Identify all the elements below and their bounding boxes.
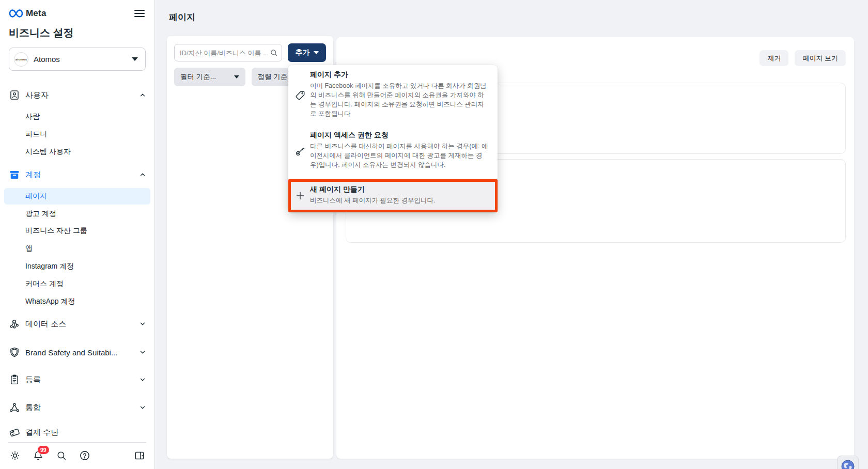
sidebar-section-registrations[interactable]: 등록 (0, 371, 154, 388)
add-button-label: 추가 (296, 48, 310, 57)
clipboard-icon (8, 373, 21, 386)
sidebar-footer: 99 (0, 442, 154, 469)
business-selector[interactable]: atomos Atomos (9, 48, 146, 71)
menu-item-description: 비즈니스에 새 페이지가 필요한 경우입니다. (310, 196, 490, 205)
search-icon (270, 49, 278, 57)
filter-dropdown[interactable]: 필터 기준... (174, 68, 245, 86)
caret-down-icon (234, 75, 239, 79)
globe-icon (841, 460, 855, 469)
divider (8, 442, 146, 443)
chevron-down-icon (139, 404, 146, 411)
key-icon (295, 146, 306, 157)
menu-item-description: 다른 비즈니스를 대신하여 페이지를 사용해야 하는 경우(예: 에이전시에서 … (310, 142, 490, 169)
chevron-down-icon (139, 376, 146, 383)
sidebar-item-people[interactable]: 사람 (0, 109, 154, 124)
menu-item-description: 이미 Facebook 페이지를 소유하고 있거나 다른 회사가 회원님의 비즈… (310, 81, 490, 118)
sidebar-header: Meta (0, 0, 154, 19)
chevron-up-icon (139, 171, 146, 178)
menu-item-title: 새 페이지 만들기 (310, 185, 490, 194)
sidebar-nav: 사용자 사람 파트너 시스템 사용자 계정 페이지 광고 계정 비즈니스 자산 … (0, 86, 154, 441)
sidebar-section-payment-methods[interactable]: 결제 수단 (0, 424, 154, 441)
sidebar-section-label: 계정 (25, 170, 139, 180)
search-field-wrap (174, 44, 282, 61)
menu-item-add-page[interactable]: 페이지 추가 이미 Facebook 페이지를 소유하고 있거나 다른 회사가 … (288, 68, 498, 123)
sidebar-item-partners[interactable]: 파트너 (0, 127, 154, 142)
menu-icon[interactable] (134, 9, 145, 18)
filter-label: 필터 기준... (180, 72, 216, 82)
caret-down-icon (314, 51, 319, 54)
chevron-down-icon (139, 349, 146, 356)
language-globe-button[interactable] (837, 456, 859, 469)
sidebar-item-commerce[interactable]: 커머스 계정 (0, 276, 154, 292)
menu-item-create-new-page[interactable]: 새 페이지 만들기 비즈니스에 새 페이지가 필요한 경우입니다. (288, 179, 498, 212)
business-name: Atomos (34, 55, 127, 64)
plus-icon (295, 191, 305, 201)
settings-gear-icon[interactable] (9, 450, 21, 461)
sidebar-item-instagram[interactable]: Instagram 계정 (0, 259, 154, 274)
notifications-bell-icon[interactable]: 99 (33, 450, 44, 461)
sidebar-section-label: 통합 (25, 403, 139, 413)
shield-icon (8, 346, 21, 358)
credit-card-icon (8, 426, 21, 439)
chevron-down-icon (139, 320, 146, 327)
sidebar-section-label: 데이터 소스 (25, 319, 139, 329)
sidebar-title: 비즈니스 설정 (0, 19, 154, 40)
remove-button[interactable]: 제거 (760, 50, 788, 66)
page-title: 페이지 (169, 11, 195, 23)
search-icon[interactable] (56, 450, 67, 461)
sidebar-item-pages[interactable]: 페이지 (4, 188, 150, 205)
meta-infinity-icon (9, 9, 23, 18)
menu-item-title: 페이지 액세스 권한 요청 (310, 131, 490, 140)
data-sources-icon (8, 318, 21, 330)
sidebar: Meta 비즈니스 설정 atomos Atomos 사용자 사람 파트너 시스… (0, 0, 155, 469)
search-input[interactable] (174, 44, 282, 61)
sidebar-section-data-sources[interactable]: 데이터 소스 (0, 315, 154, 333)
meta-wordmark: Meta (26, 8, 47, 19)
business-avatar: atomos (14, 52, 28, 67)
sidebar-section-label: 등록 (25, 375, 139, 385)
meta-logo: Meta (9, 8, 47, 19)
sidebar-item-apps[interactable]: 앱 (0, 241, 154, 256)
users-icon (8, 89, 21, 101)
sidebar-section-integrations[interactable]: 통합 (0, 399, 154, 416)
chevron-up-icon (139, 91, 146, 99)
sidebar-section-brand-safety[interactable]: Brand Safety and Suitabi... (0, 343, 154, 361)
sidebar-item-asset-groups[interactable]: 비즈니스 자산 그룹 (0, 223, 154, 239)
menu-item-title: 페이지 추가 (310, 70, 490, 80)
sidebar-section-label: 결제 수단 (25, 428, 146, 437)
sidebar-section-label: 사용자 (25, 90, 139, 100)
tag-icon (295, 90, 306, 101)
accounts-icon (8, 168, 21, 181)
sidebar-item-whatsapp[interactable]: WhatsApp 계정 (0, 294, 154, 309)
help-icon[interactable] (79, 450, 90, 461)
view-page-button[interactable]: 페이지 보기 (795, 50, 846, 66)
notification-badge: 99 (37, 445, 50, 455)
add-button[interactable]: 추가 (288, 43, 326, 62)
add-dropdown-menu: 페이지 추가 이미 Facebook 페이지를 소유하고 있거나 다른 회사가 … (288, 65, 498, 212)
sidebar-item-system-users[interactable]: 시스템 사용자 (0, 144, 154, 160)
sidebar-section-users[interactable]: 사용자 (0, 86, 154, 104)
sidebar-section-accounts[interactable]: 계정 (0, 166, 154, 183)
chevron-down-icon (132, 57, 138, 61)
business-avatar-text: atomos (16, 58, 27, 61)
menu-item-request-page-access[interactable]: 페이지 액세스 권한 요청 다른 비즈니스를 대신하여 페이지를 사용해야 하는… (288, 128, 498, 175)
collapse-sidebar-icon[interactable] (134, 450, 145, 461)
integrations-icon (8, 401, 21, 414)
sidebar-item-ad-accounts[interactable]: 광고 계정 (0, 206, 154, 222)
business-settings-screen: Meta 비즈니스 설정 atomos Atomos 사용자 사람 파트너 시스… (0, 0, 868, 469)
sidebar-section-label: Brand Safety and Suitabi... (25, 348, 139, 357)
